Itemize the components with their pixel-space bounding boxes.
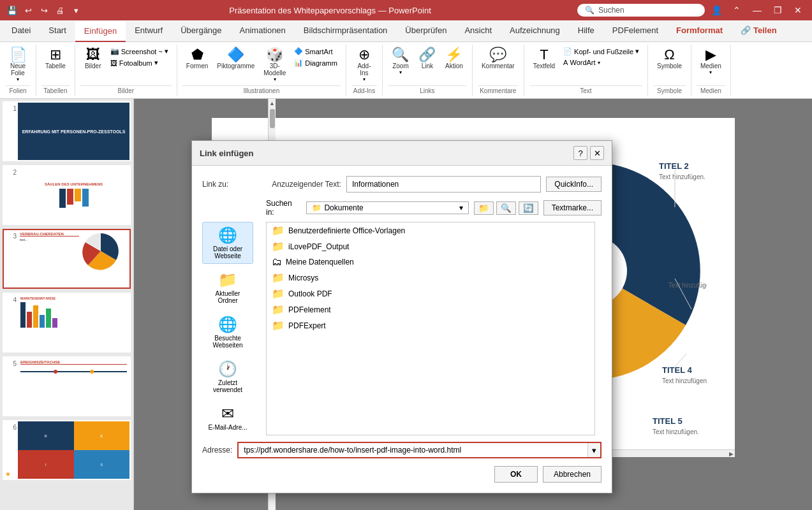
diagramm-icon: 📊 [294, 59, 303, 67]
medien-button[interactable]: ▶ Medien ▾ [697, 46, 725, 77]
folder-icon-3: 🗂 [272, 256, 282, 268]
file-item-6[interactable]: 📁 PDFelement [267, 302, 594, 317]
dialog-sidebar: 🌐 Datei oderWebseite 📁 AktuellerOrdner 🌐… [202, 222, 266, 435]
link-zu-label: Link zu: [202, 180, 228, 189]
textfeld-icon: T [540, 48, 548, 62]
cancel-button[interactable]: Abbrechen [543, 466, 602, 483]
aktion-button[interactable]: ⚡ Aktion [441, 46, 467, 71]
neue-folie-button[interactable]: 📄 NeueFolie ▾ [5, 46, 31, 84]
address-input[interactable] [239, 443, 587, 457]
fotoalbum-icon: 🖼 [110, 59, 117, 67]
search-box[interactable]: 🔍 Suchen [577, 4, 705, 17]
file-item-4[interactable]: 📁 Microsys [267, 270, 594, 286]
suchen-in-value: Dokumente [324, 203, 456, 212]
add-ins-button[interactable]: ⊕ Add-Ins ▾ [351, 46, 377, 84]
scrollbar-right-icon[interactable]: ▶ [729, 451, 734, 457]
bilder-button[interactable]: 🖼 Bilder [80, 46, 106, 71]
sidebar-zuletzt-verwendet[interactable]: 🕐 Zuletztverwendet [202, 356, 253, 398]
scrollbar-up-icon[interactable]: ▲ [269, 100, 275, 106]
refresh-button[interactable]: 🔄 [519, 201, 538, 215]
browse-button[interactable]: 📁 [474, 201, 494, 215]
close-button[interactable]: ✕ [789, 1, 807, 19]
minimize-button[interactable]: — [748, 1, 766, 19]
suchen-in-label: Suchen in: [266, 199, 301, 217]
restore-button[interactable]: ❐ [769, 1, 786, 19]
zoom-button[interactable]: 🔍 Zoom ▾ [388, 46, 413, 77]
slide-thumb-1[interactable]: 1 ERFAHRUNG MIT PERSONEN-PRO-ZESSTOOLS [3, 101, 131, 161]
symbole-button[interactable]: Ω Symbole [653, 46, 686, 71]
tab-bildschirmpraesentation[interactable]: Bildschirmpräsentation [295, 20, 397, 41]
title-bar-right: 🔍 Suchen 👤 ⌃ — ❐ ✕ [577, 1, 807, 19]
file-item-7[interactable]: 📁 PDFExpert [267, 317, 594, 331]
tab-hilfe[interactable]: Hilfe [569, 20, 603, 41]
tab-formformat[interactable]: Formformat [667, 20, 732, 41]
sidebar-datei-webseite[interactable]: 🌐 Datei oderWebseite [202, 222, 253, 264]
user-icon[interactable]: 👤 [707, 1, 725, 19]
tab-einfuegen[interactable]: Einfügen [75, 21, 126, 42]
print-icon[interactable]: 🖨 [53, 3, 67, 17]
kopf-fusszeile-button[interactable]: 📄 Kopf- und Fußzeile ▾ [560, 46, 642, 57]
tab-uebergaenge[interactable]: Übergänge [172, 20, 230, 41]
wordart-button[interactable]: A WordArt ▾ [560, 57, 642, 68]
textmarke-button[interactable]: Textmarke... [543, 200, 602, 215]
slide-thumb-6[interactable]: 6 R E I S ★ [3, 420, 131, 480]
slide-thumb-2[interactable]: 2 SÄULEN DES UNTERNEHMENS [3, 165, 131, 225]
dialog-title: Link einfügen [200, 149, 254, 158]
tab-ansicht[interactable]: Ansicht [455, 20, 501, 41]
ribbon-toggle[interactable]: ⌃ [728, 1, 746, 19]
save-icon[interactable]: 💾 [5, 3, 19, 17]
fotoalbum-button[interactable]: 🖼 Fotoalbum ▾ [107, 57, 172, 68]
dialog-help-button[interactable]: ? [573, 146, 587, 160]
slide-thumb-3[interactable]: 3 VERBRAU-CHERDATEN text... [3, 229, 131, 289]
link-dialog[interactable]: Link einfügen ? ✕ Link zu: Anzuzeigender… [191, 140, 612, 493]
dialog-close-button[interactable]: ✕ [590, 146, 604, 160]
links-group-label: Links [388, 85, 467, 94]
svg-text:Text hinzufügen.: Text hinzufügen. [653, 428, 699, 435]
slide-thumb-5[interactable]: 5 EREIGNISZEITACHSE [3, 356, 131, 416]
suchen-in-control[interactable]: 📁 Dokumente ▾ [306, 201, 468, 214]
tab-datei[interactable]: Datei [3, 20, 40, 41]
formen-button[interactable]: ⬟ Formen [182, 46, 212, 71]
ok-button[interactable]: OK [494, 466, 538, 483]
dialog-address-row: Adresse: ▾ [202, 442, 602, 458]
search-file-button[interactable]: 🔍 [496, 201, 516, 215]
tab-entwurf[interactable]: Entwurf [126, 20, 172, 41]
sidebar-email-adresse[interactable]: ✉ E-Mail-Adre... [202, 400, 253, 435]
quickinfo-button[interactable]: QuickInfo... [546, 177, 602, 192]
wordart-icon: A [563, 59, 568, 66]
piktogramme-button[interactable]: 🔷 Piktogramme [213, 46, 258, 71]
kommentar-button[interactable]: 💬 Kommentar [478, 46, 519, 71]
suchen-in-dropdown[interactable]: ▾ [459, 203, 463, 212]
sidebar-besuchte-webseiten[interactable]: 🌐 BesuchteWebseiten [202, 311, 253, 353]
textfeld-button[interactable]: T Textfeld [529, 46, 559, 71]
3d-modelle-button[interactable]: 🎲 3D-Modelle ▾ [260, 46, 290, 84]
file-item-1[interactable]: 📁 Benutzerdefinierte Office-Vorlagen [267, 222, 594, 238]
file-item-5[interactable]: 📁 Outlook PDF [267, 286, 594, 302]
file-item-2[interactable]: 📁 iLovePDF_Output [267, 238, 594, 254]
tab-aufzeichnung[interactable]: Aufzeichnung [501, 20, 569, 41]
sidebar-aktueller-ordner[interactable]: 📁 AktuellerOrdner [202, 266, 253, 309]
scrollbar-thumb-v[interactable] [270, 109, 275, 128]
undo-icon[interactable]: ↩ [21, 3, 35, 17]
tab-ueberpruefen[interactable]: Überprüfen [396, 20, 455, 41]
ribbon-group-folien: 📄 NeueFolie ▾ Folien [0, 45, 36, 96]
tab-pdfelement[interactable]: PDFelement [603, 20, 667, 41]
slide-thumb-4[interactable]: 4 MARKTEKENNT-NISSE [3, 293, 131, 353]
dialog-title-bar: Link einfügen ? ✕ [192, 141, 612, 166]
link-button[interactable]: 🔗 Link [415, 46, 440, 71]
redo-icon[interactable]: ↪ [37, 3, 51, 17]
dropdown-icon[interactable]: ▾ [69, 3, 83, 17]
smartart-button[interactable]: 🔷 SmartArt [291, 46, 341, 57]
tab-teilen[interactable]: 🔗 Teilen [732, 20, 786, 41]
anzeige-text-input[interactable] [346, 176, 541, 193]
email-adresse-icon: ✉ [221, 405, 234, 423]
address-dropdown-button[interactable]: ▾ [587, 443, 600, 457]
tabelle-button[interactable]: ⊞ Tabelle [41, 46, 70, 71]
ribbon-tabs: Datei Start Einfügen Entwurf Übergänge A… [0, 20, 812, 42]
diagramm-button[interactable]: 📊 Diagramm [291, 57, 341, 68]
file-item-3[interactable]: 🗂 Meine Datenquellen [267, 254, 594, 270]
tab-start[interactable]: Start [40, 20, 75, 41]
tab-animationen[interactable]: Animationen [231, 20, 295, 41]
aktion-icon: ⚡ [445, 48, 462, 62]
screenshot-button[interactable]: 📷 Screenshot ~ ▾ [107, 46, 172, 57]
